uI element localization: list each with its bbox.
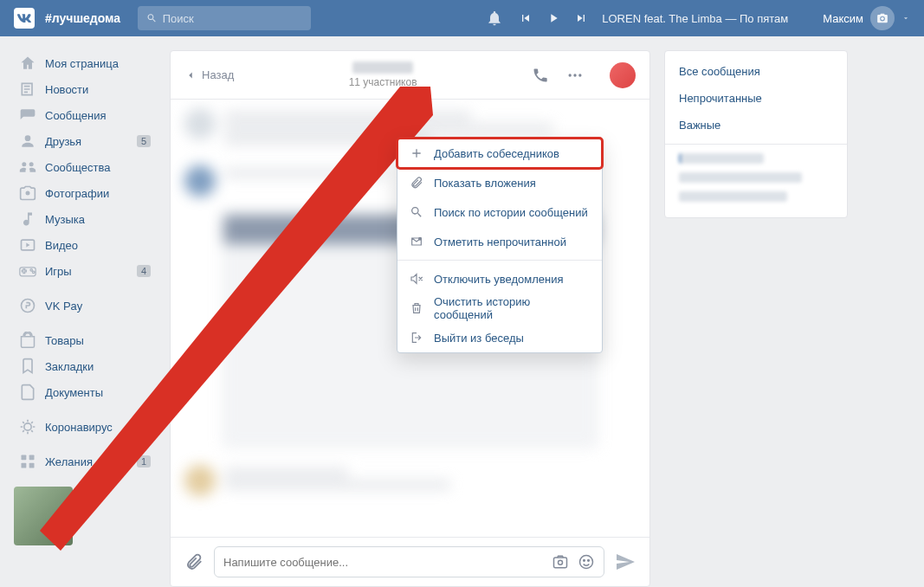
sidebar-item-vkpay[interactable]: VK Pay <box>14 293 156 319</box>
sidebar-badge: 5 <box>137 135 151 147</box>
sidebar-item-bookmark[interactable]: Закладки <box>14 353 156 379</box>
phone-icon[interactable] <box>532 67 549 84</box>
trash-icon <box>410 301 423 315</box>
sidebar: Моя страницаНовостиСообщенияДрузья5Сообщ… <box>14 50 156 587</box>
vk-logo[interactable] <box>14 8 35 29</box>
sidebar-item-games[interactable]: Игры4 <box>14 258 156 284</box>
sidebar-item-label: Закладки <box>45 360 151 373</box>
chevron-left-icon <box>184 69 197 81</box>
dropdown-item-label: Показать вложения <box>434 177 536 190</box>
dropdown-item-trash[interactable]: Очистить историю сообщений <box>397 294 602 323</box>
sidebar-item-label: Товары <box>45 334 151 347</box>
user-menu[interactable]: Максим <box>823 6 910 30</box>
username: Максим <box>823 12 863 25</box>
home-icon <box>19 55 36 72</box>
header-hashtag[interactable]: #лучшедома <box>45 11 120 25</box>
send-button[interactable] <box>615 552 636 572</box>
svg-rect-13 <box>554 558 567 568</box>
search-icon <box>410 205 423 219</box>
sidebar-item-msg[interactable]: Сообщения <box>14 102 156 128</box>
sidebar-item-label: Новости <box>45 83 151 96</box>
sidebar-item-photos[interactable]: Фотографии <box>14 180 156 206</box>
message-input-wrap[interactable] <box>214 546 604 577</box>
chat-input-row <box>171 537 649 586</box>
chat-avatar[interactable] <box>610 62 636 88</box>
svg-point-15 <box>580 556 593 569</box>
sidebar-item-label: Документы <box>45 386 151 399</box>
message-input[interactable] <box>223 556 552 569</box>
dropdown-item-mute[interactable]: Отключить уведомления <box>397 264 602 294</box>
sidebar-item-corona[interactable]: Коронавирус <box>14 414 156 440</box>
dropdown-item-search[interactable]: Поиск по истории сообщений <box>397 197 602 227</box>
participants-count[interactable]: 11 участников <box>234 76 532 88</box>
svg-rect-7 <box>22 463 27 468</box>
dropdown-item-unread[interactable]: Отметить непрочитанной <box>397 227 602 256</box>
search-box[interactable] <box>138 6 311 30</box>
dropdown-item-label: Поиск по истории сообщений <box>434 206 588 219</box>
msg-icon <box>19 106 36 124</box>
chat-actions-dropdown: Добавить собеседниковПоказать вложенияПо… <box>397 138 603 353</box>
svg-point-9 <box>569 74 572 76</box>
sidebar-item-video[interactable]: Видео <box>14 232 156 258</box>
search-icon <box>146 12 158 24</box>
bell-icon[interactable] <box>486 10 503 27</box>
sidebar-item-apps[interactable]: Желания1 <box>14 448 156 474</box>
svg-point-1 <box>26 191 30 196</box>
games-icon <box>19 262 36 280</box>
sidebar-item-label: Друзья <box>45 135 137 148</box>
play-icon[interactable] <box>546 11 560 25</box>
next-track-icon[interactable] <box>574 11 588 25</box>
player-track[interactable]: LOREN feat. The Limba — По пятам <box>602 12 788 25</box>
sidebar-item-label: Музыка <box>45 213 151 226</box>
sidebar-item-market[interactable]: Товары <box>14 327 156 353</box>
exit-icon <box>410 331 423 345</box>
svg-point-11 <box>578 74 581 76</box>
chat-messages[interactable]: Добавить собеседниковПоказать вложенияПо… <box>171 100 649 537</box>
filter-item[interactable]: Все сообщения <box>665 58 847 85</box>
filter-item[interactable]: Важные <box>665 112 847 139</box>
dropdown-item-label: Выйти из беседы <box>434 332 524 345</box>
dropdown-item-plus[interactable]: Добавить собеседников <box>397 139 602 168</box>
friends-icon <box>19 132 36 150</box>
sidebar-item-groups[interactable]: Сообщества <box>14 154 156 180</box>
dropdown-item-attach[interactable]: Показать вложения <box>397 168 602 197</box>
svg-point-17 <box>588 560 590 562</box>
sidebar-item-label: Видео <box>45 239 151 252</box>
search-input[interactable] <box>163 12 302 25</box>
svg-point-12 <box>418 237 422 241</box>
news-icon <box>19 81 36 98</box>
apps-icon <box>19 453 36 470</box>
dropdown-item-label: Отметить непрочитанной <box>434 235 566 248</box>
corona-icon <box>19 418 36 435</box>
dropdown-item-exit[interactable]: Выйти из беседы <box>397 323 602 352</box>
camera-input-icon[interactable] <box>552 553 569 571</box>
prev-track-icon[interactable] <box>519 11 533 25</box>
sidebar-item-docs[interactable]: Документы <box>14 379 156 405</box>
sidebar-item-label: Сообщения <box>45 109 151 122</box>
mute-icon <box>410 272 423 286</box>
sidebar-item-home[interactable]: Моя страница <box>14 50 156 76</box>
svg-point-16 <box>584 560 585 562</box>
svg-rect-6 <box>29 455 35 461</box>
filters-column: Все сообщенияНепрочитанныеВажные <box>664 50 848 218</box>
groups-icon <box>19 158 36 176</box>
chevron-down-icon <box>901 14 910 23</box>
svg-point-14 <box>559 560 563 564</box>
sidebar-item-label: Игры <box>45 265 137 278</box>
sidebar-item-music[interactable]: Музыка <box>14 206 156 232</box>
attach-icon[interactable] <box>184 552 204 571</box>
back-label: Назад <box>202 68 234 81</box>
filter-item[interactable]: Непрочитанные <box>665 85 847 112</box>
back-button[interactable]: Назад <box>184 68 234 81</box>
sidebar-item-news[interactable]: Новости <box>14 76 156 102</box>
header: #лучшедома LOREN feat. The Limba — По пя… <box>0 0 924 36</box>
vkpay-icon <box>19 297 36 314</box>
sidebar-item-friends[interactable]: Друзья5 <box>14 128 156 154</box>
sidebar-thumbnail[interactable] <box>14 487 73 545</box>
svg-rect-5 <box>22 455 27 461</box>
more-icon[interactable] <box>566 67 584 84</box>
emoji-icon[interactable] <box>578 553 595 571</box>
chat-title-blurred <box>352 61 413 74</box>
docs-icon <box>19 384 36 401</box>
sidebar-badge: 4 <box>137 265 151 277</box>
